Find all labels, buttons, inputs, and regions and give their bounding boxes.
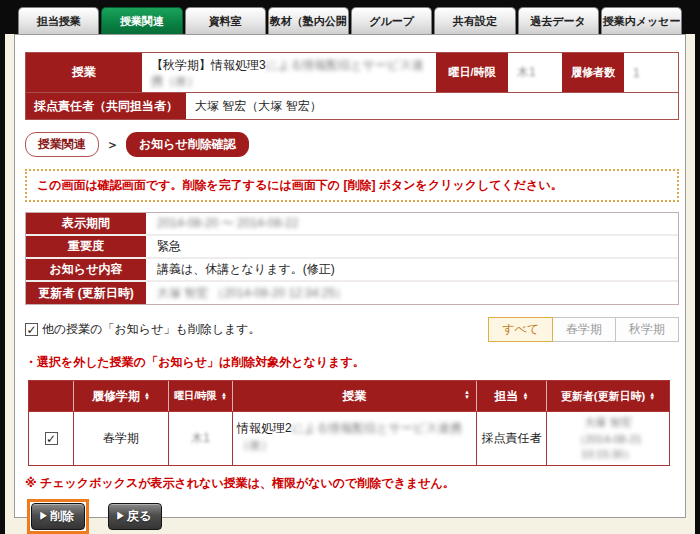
row-checkbox[interactable]: ✓ (45, 432, 58, 445)
tab-materials[interactable]: 教材（塾内公開） (268, 7, 349, 34)
enrollment-label: 履修者数 (560, 53, 626, 92)
row-checkbox-cell: ✓ (29, 412, 74, 465)
delete-others-label: 他の授業の「お知らせ」も削除します。 (42, 321, 261, 338)
row-course-visible: 情報処理2 (237, 421, 292, 435)
arrow-right-icon: ▶ (116, 510, 125, 523)
course-name-visible: 【秋学期】情報処理3 (151, 58, 266, 72)
detail-row-content: お知らせ内容 講義は、休講となります。(修正) (26, 259, 678, 282)
sort-icon: ▲▼ (649, 392, 655, 401)
sort-icon: ▲▼ (221, 392, 227, 401)
detail-row-display-period: 表示期間 2014-08-20 〜 2014-08-22 (26, 213, 678, 236)
page-background: 授業 【秋学期】情報処理3による情報配信とサービス連携（改） 曜日/時限 木1 … (5, 34, 695, 534)
header-updater[interactable]: 更新者(更新日時) ▲▼ (547, 381, 669, 411)
breadcrumb-current: お知らせ削除確認 (126, 132, 249, 157)
top-tab-bar: 担当授業 授業関連 資料室 教材（塾内公開） グループ 共有設定 過去データ 授… (5, 5, 695, 34)
grader-value: 大塚 智宏（大塚 智宏） (188, 93, 678, 119)
exclusion-note: ・選択を外した授業の「お知らせ」は削除対象外となります。 (25, 354, 675, 371)
course-name: 【秋学期】情報処理3による情報配信とサービス連携（改） (144, 53, 434, 92)
header-charge[interactable]: 担当 ▲▼ (477, 381, 547, 411)
breadcrumb-parent-link[interactable]: 授業関連 (25, 132, 99, 157)
breadcrumb: 授業関連 ＞ お知らせ削除確認 (25, 132, 675, 157)
course-list-table: 履修学期 ▲▼ 曜日/時限 ▲▼ 授業 ▲▼ 担当 ▲▼ (28, 380, 670, 466)
check-icon: ✓ (46, 433, 56, 445)
delete-others-checkbox[interactable]: ✓ (25, 323, 38, 336)
tab-assigned-classes[interactable]: 担当授業 (18, 7, 99, 34)
header-day-period[interactable]: 曜日/時限 ▲▼ (169, 381, 233, 411)
announcement-detail-table: 表示期間 2014-08-20 〜 2014-08-22 重要度 緊急 お知らせ… (25, 212, 679, 305)
tab-share-settings[interactable]: 共有設定 (434, 7, 515, 34)
enrollment-value: 1 (626, 53, 676, 92)
day-period-value: 木1 (510, 53, 560, 92)
row-updater: 大塚 智宏 （2014-08-21 10:15:30） (547, 412, 669, 465)
sort-icon: ▲▼ (523, 392, 529, 401)
row-semester: 春学期 (74, 412, 169, 465)
filter-fall[interactable]: 秋学期 (615, 317, 679, 342)
grader-label: 採点責任者（共同担当者） (26, 93, 188, 119)
sort-icon: ▲▼ (144, 392, 150, 401)
day-period-label: 曜日/時限 (434, 53, 510, 92)
course-label: 授業 (26, 53, 144, 92)
filter-all[interactable]: すべて (488, 317, 553, 342)
action-button-row: ▶ 削除 ▶ 戻る (27, 499, 675, 534)
other-courses-option-row: ✓ 他の授業の「お知らせ」も削除します。 すべて 春学期 秋学期 (25, 317, 679, 342)
sort-icon: ▲▼ (464, 390, 470, 399)
tab-class-related[interactable]: 授業関連 (101, 7, 182, 34)
course-header-table: 授業 【秋学期】情報処理3による情報配信とサービス連携（改） 曜日/時限 木1 … (25, 52, 679, 120)
chevron-right-icon: ＞ (106, 136, 119, 154)
row-course-name: 情報処理2による情報配信とサービス連携（改） (233, 412, 477, 465)
back-button[interactable]: ▶ 戻る (108, 503, 162, 530)
header-course[interactable]: 授業 ▲▼ (233, 381, 477, 411)
tab-library[interactable]: 資料室 (185, 7, 266, 34)
arrow-right-icon: ▶ (39, 510, 48, 523)
header-semester[interactable]: 履修学期 ▲▼ (74, 381, 169, 411)
row-charge: 採点責任者 (477, 412, 547, 465)
delete-button[interactable]: ▶ 削除 (31, 503, 85, 530)
updater-redacted: 大塚 智宏 （2014-08-20 12:34:25） (157, 285, 347, 302)
window-frame: 担当授業 授業関連 資料室 教材（塾内公開） グループ 共有設定 過去データ 授… (0, 0, 700, 534)
permission-note: ※ チェックボックスが表示されない授業は、権限がないので削除できません。 (25, 475, 675, 492)
display-period-redacted: 2014-08-20 〜 2014-08-22 (157, 215, 298, 232)
header-checkbox-column (29, 381, 74, 411)
row-day-period: 木1 (169, 412, 233, 465)
content-panel: 授業 【秋学期】情報処理3による情報配信とサービス連携（改） 曜日/時限 木1 … (14, 34, 686, 518)
check-icon: ✓ (26, 324, 36, 336)
tab-class-messages[interactable]: 授業内メッセージ (601, 7, 682, 34)
course-table-header: 履修学期 ▲▼ 曜日/時限 ▲▼ 授業 ▲▼ 担当 ▲▼ (29, 381, 669, 411)
tab-past-data[interactable]: 過去データ (518, 7, 599, 34)
tab-group[interactable]: グループ (351, 7, 432, 34)
detail-row-updater: 更新者 (更新日時) 大塚 智宏 （2014-08-20 12:34:25） (26, 282, 678, 304)
detail-row-importance: 重要度 緊急 (26, 236, 678, 259)
delete-button-highlight: ▶ 削除 (27, 499, 89, 534)
course-table-row: ✓ 春学期 木1 情報処理2による情報配信とサービス連携（改） 採点責任者 大塚… (29, 411, 669, 465)
semester-filter-group: すべて 春学期 秋学期 (489, 317, 679, 342)
confirm-notice: この画面は確認画面です。削除を完了するには画面下の [削除] ボタンをクリックし… (25, 169, 679, 202)
filter-spring[interactable]: 春学期 (552, 317, 616, 342)
